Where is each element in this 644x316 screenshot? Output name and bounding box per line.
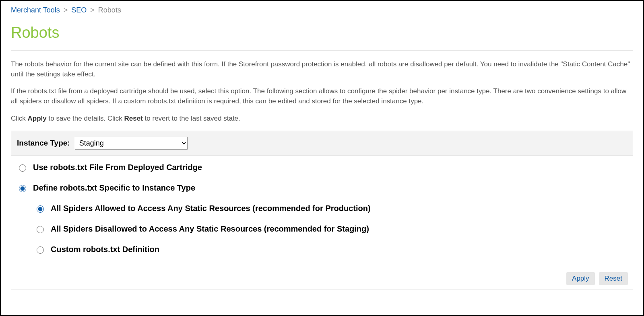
sub-option-custom: Custom robots.txt Definition: [35, 245, 627, 254]
apply-button[interactable]: Apply: [566, 272, 595, 285]
breadcrumb-link-seo[interactable]: SEO: [71, 6, 87, 14]
breadcrumb-link-merchant-tools[interactable]: Merchant Tools: [11, 6, 60, 14]
sub-option-allow-all: All Spiders Allowed to Access Any Static…: [35, 204, 627, 213]
breadcrumb: Merchant Tools > SEO > Robots: [11, 6, 633, 14]
option-label: All Spiders Allowed to Access Any Static…: [51, 204, 371, 213]
description-block: The robots behavior for the current site…: [11, 60, 633, 123]
settings-panel: Instance Type: Staging Use robots.txt Fi…: [11, 131, 633, 289]
option-label: Use robots.txt File From Deployed Cartri…: [33, 163, 202, 172]
option-label: Custom robots.txt Definition: [51, 245, 159, 254]
radio-disallow-all[interactable]: [37, 226, 44, 233]
breadcrumb-separator: >: [90, 6, 95, 14]
panel-header: Instance Type: Staging: [11, 131, 633, 156]
description-paragraph-3: Click Apply to save the details. Click R…: [11, 114, 633, 124]
option-label: All Spiders Disallowed to Access Any Sta…: [51, 224, 369, 234]
radio-custom[interactable]: [37, 246, 44, 254]
breadcrumb-current: Robots: [98, 6, 121, 14]
panel-footer: Apply Reset: [11, 268, 633, 289]
page-frame: Merchant Tools > SEO > Robots Robots The…: [0, 0, 644, 316]
description-paragraph-2: If the robots.txt file from a deployed c…: [11, 86, 633, 106]
page-title: Robots: [11, 24, 633, 41]
instance-type-select[interactable]: Staging: [75, 137, 188, 150]
text-fragment: to save the details. Click: [47, 115, 124, 122]
reset-button[interactable]: Reset: [599, 272, 628, 285]
radio-use-cartridge[interactable]: [19, 164, 26, 172]
description-paragraph-1: The robots behavior for the current site…: [11, 60, 633, 79]
text-fragment: to revert to the last saved state.: [143, 115, 240, 122]
option-label: Define robots.txt Specific to Instance T…: [33, 183, 195, 193]
radio-allow-all[interactable]: [37, 205, 44, 213]
option-use-cartridge: Use robots.txt File From Deployed Cartri…: [17, 163, 627, 172]
option-define-specific: Define robots.txt Specific to Instance T…: [17, 183, 627, 193]
panel-body: Use robots.txt File From Deployed Cartri…: [11, 156, 633, 268]
text-fragment: Click: [11, 115, 28, 122]
sub-option-disallow-all: All Spiders Disallowed to Access Any Sta…: [35, 224, 627, 234]
reset-keyword: Reset: [124, 115, 143, 122]
instance-type-label: Instance Type:: [17, 139, 70, 148]
page-content: Merchant Tools > SEO > Robots Robots The…: [1, 1, 643, 298]
apply-keyword: Apply: [28, 115, 47, 122]
divider: [11, 50, 633, 51]
radio-define-specific[interactable]: [19, 185, 26, 192]
breadcrumb-separator: >: [64, 6, 68, 14]
